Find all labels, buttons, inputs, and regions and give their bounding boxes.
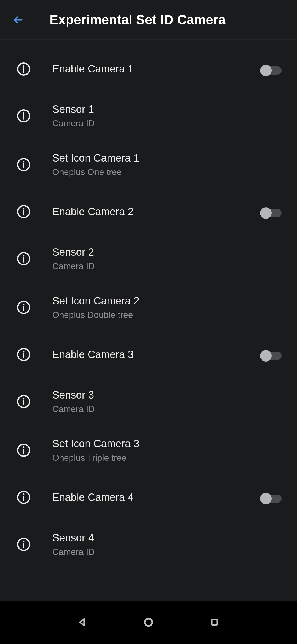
switch-thumb xyxy=(260,350,272,362)
triangle-back-icon xyxy=(78,617,87,627)
row-sensor-4[interactable]: Sensor 4Camera ID xyxy=(0,520,297,569)
svg-marker-34 xyxy=(80,619,84,626)
nav-home-button[interactable] xyxy=(142,615,155,629)
row-text: Set Icon Camera 2Oneplus Double tree xyxy=(52,294,283,321)
row-subtitle: Oneplus Triple tree xyxy=(52,452,283,464)
back-button[interactable] xyxy=(12,13,25,26)
toggle-enable-camera-3[interactable] xyxy=(260,350,283,362)
row-subtitle: Camera ID xyxy=(52,118,283,129)
page-title: Experimental Set ID Camera xyxy=(50,12,226,27)
svg-point-6 xyxy=(23,112,25,114)
toggle-enable-camera-1[interactable] xyxy=(260,64,283,77)
info-icon xyxy=(16,62,31,76)
circle-home-icon xyxy=(143,617,154,628)
row-subtitle: Camera ID xyxy=(52,403,283,415)
svg-point-12 xyxy=(23,208,25,210)
row-text: Sensor 3Camera ID xyxy=(52,388,283,415)
svg-point-27 xyxy=(23,446,25,448)
nav-back-button[interactable] xyxy=(76,615,89,629)
info-icon xyxy=(16,394,31,409)
row-set-icon-camera-3[interactable]: Set Icon Camera 3Oneplus Triple tree xyxy=(0,426,297,475)
info-icon xyxy=(16,347,31,362)
screen: Experimental Set ID Camera Enable Camera… xyxy=(0,0,297,644)
row-title: Sensor 2 xyxy=(52,245,283,259)
info-icon xyxy=(16,252,31,266)
row-title: Set Icon Camera 3 xyxy=(52,437,283,451)
row-enable-camera-4[interactable]: Enable Camera 4 xyxy=(0,475,297,520)
svg-point-15 xyxy=(23,255,25,257)
row-title: Enable Camera 4 xyxy=(52,491,255,504)
row-enable-camera-1[interactable]: Enable Camera 1 xyxy=(0,46,297,92)
info-icon-wrap xyxy=(16,204,31,219)
app-bar: Experimental Set ID Camera xyxy=(0,0,297,40)
row-subtitle: Oneplus Double tree xyxy=(52,309,283,321)
row-title: Sensor 4 xyxy=(52,531,283,545)
row-set-icon-camera-1[interactable]: Set Icon Camera 1Oneplus One tree xyxy=(0,140,297,189)
svg-point-33 xyxy=(23,541,25,542)
info-icon xyxy=(16,537,31,552)
info-icon xyxy=(16,109,31,123)
row-sensor-2[interactable]: Sensor 2Camera ID xyxy=(0,234,297,283)
svg-point-35 xyxy=(145,619,152,626)
row-title: Set Icon Camera 1 xyxy=(52,151,283,165)
toggle-enable-camera-4[interactable] xyxy=(260,492,283,505)
info-icon-wrap xyxy=(16,300,31,315)
svg-point-3 xyxy=(23,65,25,67)
row-title: Enable Camera 3 xyxy=(52,348,255,361)
info-icon xyxy=(16,443,31,457)
info-icon xyxy=(16,157,31,172)
row-sensor-1[interactable]: Sensor 1Camera ID xyxy=(0,92,297,140)
svg-point-21 xyxy=(23,351,25,353)
info-icon-wrap xyxy=(16,109,31,123)
square-recent-icon xyxy=(210,618,219,627)
row-text: Enable Camera 2 xyxy=(52,205,255,219)
row-title: Enable Camera 2 xyxy=(52,205,255,219)
arrow-left-icon xyxy=(13,14,24,25)
row-text: Sensor 1Camera ID xyxy=(52,103,283,129)
row-text: Sensor 2Camera ID xyxy=(52,245,283,272)
row-set-icon-camera-2[interactable]: Set Icon Camera 2Oneplus Double tree xyxy=(0,283,297,332)
system-nav-bar xyxy=(0,601,297,644)
row-text: Enable Camera 4 xyxy=(52,491,255,504)
row-text: Set Icon Camera 3Oneplus Triple tree xyxy=(52,437,283,464)
row-sensor-3[interactable]: Sensor 3Camera ID xyxy=(0,377,297,426)
info-icon xyxy=(16,490,31,504)
row-title: Sensor 3 xyxy=(52,388,283,402)
row-title: Sensor 1 xyxy=(52,103,283,116)
row-text: Sensor 4Camera ID xyxy=(52,531,283,558)
toggle-enable-camera-2[interactable] xyxy=(260,207,283,219)
info-icon xyxy=(16,204,31,219)
row-text: Set Icon Camera 1Oneplus One tree xyxy=(52,151,283,178)
switch-thumb xyxy=(260,493,272,504)
switch-thumb xyxy=(260,207,272,219)
row-text: Enable Camera 1 xyxy=(52,62,255,76)
info-icon-wrap xyxy=(16,252,31,266)
info-icon-wrap xyxy=(16,157,31,172)
switch-thumb xyxy=(260,65,272,76)
row-enable-camera-3[interactable]: Enable Camera 3 xyxy=(0,332,297,377)
svg-point-24 xyxy=(23,398,25,400)
info-icon-wrap xyxy=(16,62,31,76)
row-text: Enable Camera 3 xyxy=(52,348,255,361)
info-icon xyxy=(16,300,31,315)
settings-list[interactable]: Enable Camera 1Sensor 1Camera IDSet Icon… xyxy=(0,40,297,601)
row-enable-camera-2[interactable]: Enable Camera 2 xyxy=(0,189,297,234)
info-icon-wrap xyxy=(16,490,31,504)
svg-point-9 xyxy=(23,161,25,163)
info-icon-wrap xyxy=(16,347,31,362)
svg-point-30 xyxy=(23,493,25,495)
row-subtitle: Oneplus One tree xyxy=(52,167,283,178)
row-subtitle: Camera ID xyxy=(52,261,283,272)
row-subtitle: Camera ID xyxy=(52,546,283,558)
nav-recent-button[interactable] xyxy=(208,615,221,629)
row-title: Enable Camera 1 xyxy=(52,62,255,76)
info-icon-wrap xyxy=(16,537,31,552)
svg-rect-36 xyxy=(212,620,217,625)
info-icon-wrap xyxy=(16,394,31,409)
info-icon-wrap xyxy=(16,443,31,457)
row-title: Set Icon Camera 2 xyxy=(52,294,283,308)
svg-point-18 xyxy=(23,304,25,305)
